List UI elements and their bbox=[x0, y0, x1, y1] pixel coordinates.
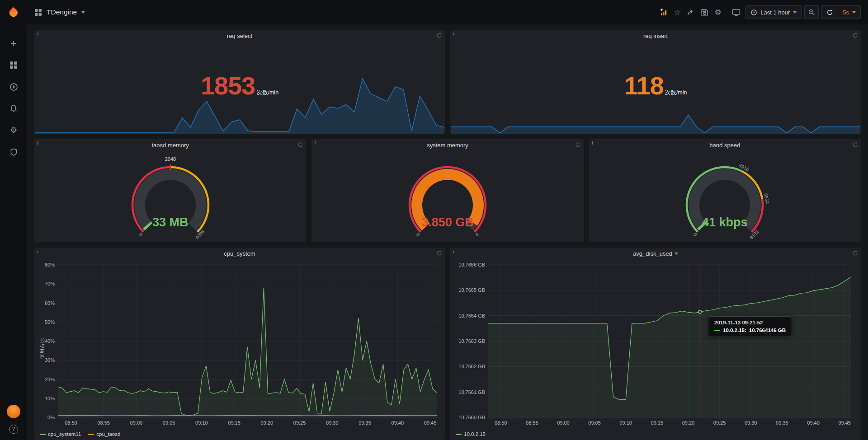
refresh-button-group: 5s bbox=[821, 5, 861, 19]
svg-text:09:00: 09:00 bbox=[130, 420, 143, 426]
gauge-value: 33 MB bbox=[107, 215, 234, 229]
sidebar-nav: + ⚙ bbox=[0, 38, 27, 157]
panel-title-taosd-memory[interactable]: taosd memory bbox=[34, 139, 306, 151]
help-button[interactable]: ? bbox=[9, 425, 18, 434]
graph-legend: 10.0.2.15 bbox=[456, 430, 486, 439]
panel-title-text: avg_disk_used bbox=[633, 250, 672, 257]
gauge-value: 41 kbps bbox=[661, 215, 788, 229]
svg-text:50%: 50% bbox=[45, 319, 55, 325]
gear-icon: ⚙ bbox=[715, 9, 722, 16]
gauge-value: 3.850 GB bbox=[384, 215, 511, 229]
star-dashboard-button[interactable]: ☆ bbox=[670, 5, 684, 19]
svg-text:08:50: 08:50 bbox=[495, 420, 507, 426]
zoom-out-button[interactable] bbox=[804, 5, 819, 19]
panel-loading-icon bbox=[852, 141, 858, 150]
svg-text:10.7665 GB: 10.7665 GB bbox=[458, 287, 485, 293]
panel-info-icon[interactable]: i bbox=[37, 140, 38, 145]
panel-cpu-system: i cpu_system 使用占比 0%10%20%30%40%50%60%70… bbox=[34, 248, 445, 440]
svg-text:09:20: 09:20 bbox=[682, 420, 695, 426]
user-avatar[interactable] bbox=[7, 405, 20, 418]
panel-title-band-speed[interactable]: band speed bbox=[589, 139, 861, 151]
legend-item-cpu_system11[interactable]: cpu_system11 bbox=[40, 431, 81, 437]
plus-icon: + bbox=[10, 38, 17, 48]
svg-text:4: 4 bbox=[474, 232, 480, 238]
tooltip-series-name: 10.0.2.15: bbox=[723, 328, 746, 333]
svg-text:6554: 6554 bbox=[763, 193, 770, 204]
panel-system-memory: i system memory 3.850 GB 04 bbox=[311, 139, 583, 242]
graph-legend: cpu_system11cpu_taosd bbox=[40, 430, 120, 439]
panel-info-icon[interactable]: i bbox=[453, 31, 454, 36]
panel-menu-caret-icon bbox=[675, 253, 678, 257]
panel-info-icon[interactable]: i bbox=[314, 140, 316, 145]
share-dashboard-button[interactable] bbox=[684, 5, 698, 19]
sidebar-item-dashboards[interactable] bbox=[8, 60, 19, 70]
panel-info-icon[interactable]: i bbox=[37, 31, 38, 36]
svg-text:10.7664 GB: 10.7664 GB bbox=[458, 313, 485, 318]
panel-title-system-memory[interactable]: system memory bbox=[311, 139, 583, 151]
legend-label: cpu_system11 bbox=[48, 431, 81, 437]
svg-text:08:55: 08:55 bbox=[526, 420, 538, 426]
panel-title-req-select[interactable]: req select bbox=[34, 30, 445, 42]
svg-text:0: 0 bbox=[415, 232, 421, 238]
magnifier-icon bbox=[808, 9, 815, 16]
legend-item-cpu_taosd[interactable]: cpu_taosd bbox=[88, 431, 120, 437]
dashboard-title: TDengine bbox=[47, 8, 77, 16]
dashboard-title-button[interactable]: TDengine bbox=[34, 8, 85, 16]
grafana-flame-icon bbox=[7, 5, 20, 19]
panel-title-text: taosd memory bbox=[151, 142, 189, 149]
legend-item-10.0.2.15[interactable]: 10.0.2.15 bbox=[456, 431, 486, 437]
svg-text:09:10: 09:10 bbox=[195, 420, 208, 426]
panel-info-icon[interactable]: i bbox=[592, 140, 593, 145]
svg-text:09:05: 09:05 bbox=[163, 420, 175, 426]
panel-info-icon[interactable]: i bbox=[37, 248, 38, 254]
panel-taosd-memory: i taosd memory 33 MB 204804096 bbox=[34, 139, 306, 242]
add-panel-button[interactable] bbox=[657, 5, 670, 19]
sidebar-item-server-admin[interactable] bbox=[8, 146, 19, 157]
panel-title-text: req select bbox=[227, 33, 252, 39]
panel-title-avg-disk-used[interactable]: avg_disk_used bbox=[450, 248, 861, 259]
panel-info-icon[interactable]: i bbox=[453, 248, 454, 254]
panel-title-req-insert[interactable]: req insert bbox=[450, 30, 861, 42]
sidebar-item-alerting[interactable] bbox=[8, 103, 19, 114]
refresh-interval-picker[interactable]: 5s bbox=[838, 5, 861, 19]
sidebar-item-explore[interactable] bbox=[8, 81, 19, 92]
chevron-down-icon bbox=[852, 11, 856, 15]
monitor-icon bbox=[732, 9, 741, 16]
svg-text:09:35: 09:35 bbox=[359, 420, 371, 426]
legend-color-swatch bbox=[40, 434, 46, 435]
save-dashboard-button[interactable] bbox=[698, 5, 711, 19]
svg-text:09:15: 09:15 bbox=[228, 420, 241, 426]
svg-text:09:30: 09:30 bbox=[745, 420, 757, 426]
legend-color-swatch bbox=[456, 434, 462, 435]
sidebar: + ⚙ ? bbox=[0, 0, 27, 440]
cycle-view-button[interactable] bbox=[729, 5, 743, 19]
time-range-picker[interactable]: Last 1 hour bbox=[745, 5, 802, 19]
refresh-button[interactable] bbox=[821, 5, 838, 19]
svg-text:10.7663 GB: 10.7663 GB bbox=[458, 338, 485, 344]
svg-text:4096: 4096 bbox=[194, 229, 205, 240]
gear-icon: ⚙ bbox=[10, 126, 17, 134]
panel-loading-icon bbox=[852, 250, 858, 258]
grafana-logo[interactable] bbox=[0, 0, 27, 24]
panel-title-text: band speed bbox=[709, 142, 740, 149]
shield-icon bbox=[10, 148, 18, 156]
sidebar-item-configuration[interactable]: ⚙ bbox=[8, 125, 19, 136]
svg-text:09:05: 09:05 bbox=[588, 420, 601, 426]
tooltip-time: 2019-11-13 09:21:52 bbox=[714, 320, 786, 325]
svg-text:09:35: 09:35 bbox=[776, 420, 788, 426]
dashboard-settings-button[interactable]: ⚙ bbox=[711, 5, 725, 19]
singlestat-unit: 次数/min bbox=[665, 89, 687, 96]
sidebar-bottom: ? bbox=[0, 405, 27, 434]
svg-text:09:40: 09:40 bbox=[392, 420, 404, 426]
svg-text:0%: 0% bbox=[47, 415, 55, 420]
svg-text:10.7666 GB: 10.7666 GB bbox=[458, 262, 485, 267]
panel-loading-icon bbox=[575, 141, 581, 150]
svg-text:09:45: 09:45 bbox=[838, 420, 851, 426]
dashboard-row-3: i cpu_system 使用占比 0%10%20%30%40%50%60%70… bbox=[34, 248, 861, 440]
panel-title-cpu-system[interactable]: cpu_system bbox=[34, 248, 445, 259]
panel-title-text: system memory bbox=[427, 142, 468, 149]
sidebar-item-create[interactable]: + bbox=[8, 38, 19, 49]
refresh-interval-label: 5s bbox=[843, 9, 849, 16]
compass-icon bbox=[9, 83, 18, 91]
chevron-down-icon bbox=[81, 11, 85, 15]
